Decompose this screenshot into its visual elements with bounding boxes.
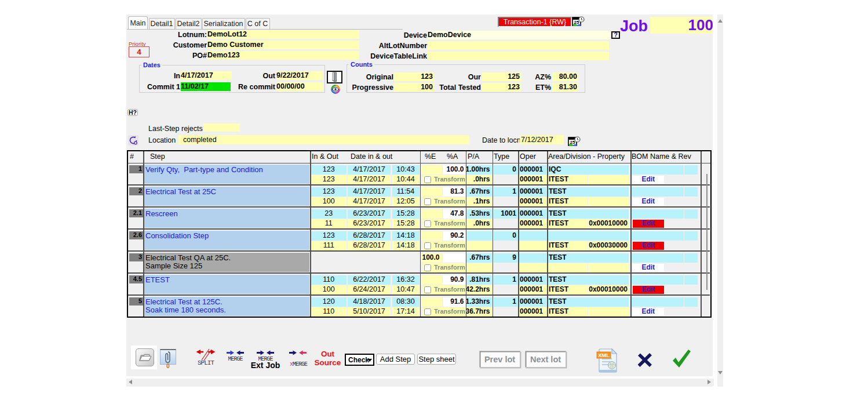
commit-field[interactable]: 11/02/17 — [181, 82, 231, 91]
cell-oper-in[interactable]: 000001 — [519, 165, 546, 174]
cell-out-time[interactable]: 12:05 — [392, 197, 420, 206]
cell-type-in[interactable]: 1 — [494, 297, 518, 307]
transform-checkbox[interactable] — [424, 198, 431, 205]
cell-pct-e[interactable] — [421, 297, 443, 307]
cell-out-date[interactable]: 6/28/2017 — [348, 241, 391, 250]
cell-out-qty[interactable]: 110 — [311, 307, 347, 317]
step-description[interactable]: Consolidation Step — [144, 231, 309, 250]
cell-in-date[interactable]: 6/28/2017 — [348, 231, 391, 241]
recommit-field[interactable]: 00/00/00 — [276, 82, 323, 91]
cell-area-in[interactable]: TEST — [548, 209, 629, 219]
location-field[interactable]: completed — [178, 135, 469, 144]
cell-out-qty[interactable]: 100 — [311, 197, 347, 206]
cell-property-out[interactable] — [588, 197, 629, 206]
step-description[interactable]: Verify Qty, Part-type and Condition — [144, 165, 309, 184]
cell-bom-rev[interactable] — [684, 165, 698, 174]
cell-bom-rev[interactable] — [684, 187, 698, 197]
cell-oper-out[interactable]: 000001 — [519, 175, 546, 184]
check-dropdown[interactable]: Check — [345, 354, 374, 366]
scroll-down-icon[interactable] — [718, 371, 723, 374]
datetime-picker-icon[interactable]: 25 — [572, 16, 585, 27]
cell-area-in[interactable]: TEST — [548, 187, 629, 197]
merge-ext-job-icon[interactable] — [256, 350, 275, 356]
tab-detail2[interactable]: Detail2 — [176, 18, 202, 29]
cell-area-out[interactable]: ITEST — [548, 241, 588, 250]
cell-in-time[interactable]: 15:28 — [392, 209, 420, 219]
history-help-button[interactable]: H? — [127, 109, 138, 116]
cell-oper-in[interactable]: 000001 — [519, 209, 546, 219]
scroll-up-icon[interactable] — [718, 19, 723, 23]
cell-out-date[interactable]: 6/24/2017 — [348, 285, 391, 294]
tab-detail1[interactable]: Detail1 — [149, 18, 175, 29]
tab-c-of-c[interactable]: C of C — [246, 18, 270, 29]
cell-out-time[interactable]: 15:28 — [392, 219, 420, 228]
cell-in-date[interactable]: 6/23/2017 — [348, 209, 391, 219]
cell-property-out[interactable]: 0x00030000 — [588, 241, 629, 250]
next-lot-button[interactable]: Next lot — [525, 351, 566, 368]
cell-pct-e[interactable] — [421, 231, 443, 241]
customer-field[interactable]: Demo Customer — [207, 41, 359, 49]
step-description[interactable]: Electrical Test at 125C.Soak time 180 se… — [144, 297, 309, 316]
tab-serialization[interactable]: Serialization — [202, 18, 245, 29]
cell-bom-name[interactable] — [632, 165, 684, 174]
cell-in-qty[interactable]: 123 — [311, 187, 347, 197]
bom-edit-button[interactable]: Edit — [633, 242, 665, 250]
cell-in-qty[interactable]: 123 — [311, 165, 347, 174]
cell-property-out[interactable]: 0x00010000 — [588, 219, 629, 228]
az-field[interactable]: 80.00 — [552, 72, 578, 81]
bom-edit-button[interactable]: Edit — [633, 264, 665, 272]
lotnum-field[interactable]: DemoLot12 — [207, 30, 359, 39]
bom-edit-button[interactable]: Edit — [633, 220, 665, 228]
attachment-button[interactable] — [327, 71, 342, 83]
cell-area-in[interactable]: TEST — [548, 297, 629, 307]
cell-pct-a[interactable] — [443, 253, 465, 263]
cell-pa-out[interactable]: ⁦536.7hrs⁩ — [466, 307, 492, 317]
job-number-field[interactable]: 100 — [650, 17, 715, 34]
our-field[interactable]: 125 — [482, 72, 521, 81]
scroll-right-icon[interactable] — [707, 380, 711, 384]
cell-bom-rev[interactable] — [684, 297, 698, 307]
cell-oper-out[interactable] — [519, 263, 546, 272]
open-folder-button[interactable] — [136, 348, 154, 366]
cell-area-out[interactable] — [548, 263, 588, 272]
cell-pct-a[interactable]: 90.2 — [443, 231, 465, 241]
step-description[interactable]: Electrical Test at 25C — [144, 187, 309, 206]
cell-pct-a[interactable]: 100.0 — [443, 165, 465, 174]
devicetablelink-field[interactable] — [428, 52, 609, 60]
cell-in-date[interactable]: 4/18/2017 — [348, 297, 391, 307]
po-field[interactable]: Demo123 — [207, 51, 359, 60]
cell-pa-out[interactable]: ⁦.1hrs⁩ — [466, 197, 492, 206]
cell-in-time[interactable]: 10:43 — [392, 165, 420, 174]
cell-type-in[interactable]: 9 — [494, 253, 518, 263]
bom-edit-button[interactable]: Edit — [633, 308, 665, 316]
cell-in-qty[interactable]: 110 — [311, 275, 347, 285]
cell-out-qty[interactable]: 11 — [311, 219, 347, 228]
cell-out-time[interactable]: 17:14 — [392, 307, 420, 317]
cell-pa-in[interactable]: ⁦.67hrs⁩ — [466, 253, 492, 263]
date-to-locn-field[interactable]: 7/12/2017 — [520, 135, 564, 144]
date-in-field[interactable]: 4/17/2017 — [181, 71, 232, 80]
cell-oper-out[interactable]: 000001 — [519, 219, 546, 228]
location-refresh-icon[interactable] — [128, 135, 138, 146]
out-source-label[interactable]: Out Source — [312, 350, 344, 367]
step-description[interactable]: Electrical Test QA at 25C.Sample Size 12… — [144, 253, 309, 272]
cell-bom-name[interactable] — [632, 253, 684, 263]
last-step-rejects-field[interactable] — [203, 123, 240, 132]
step-description[interactable]: ETEST — [144, 275, 309, 294]
cell-property-out[interactable]: 0x00010000 — [588, 285, 629, 294]
cell-area-out[interactable]: ITEST — [548, 285, 588, 294]
step-description[interactable]: Rescreen — [144, 209, 309, 228]
device-help-button[interactable]: ? — [611, 31, 620, 39]
cell-bom-name[interactable] — [632, 187, 684, 197]
cell-out-qty[interactable]: 123 — [311, 175, 347, 184]
cell-out-time[interactable]: 10:44 — [392, 175, 420, 184]
cell-pa-out[interactable]: ⁦.0hrs⁩ — [466, 219, 492, 228]
transform-checkbox[interactable] — [424, 264, 431, 271]
cell-bom-name[interactable] — [632, 297, 684, 307]
cell-area-in[interactable]: TEST — [548, 275, 629, 285]
cell-in-time[interactable]: 08:30 — [392, 297, 420, 307]
cell-pa-in[interactable]: ⁦.81hrs⁩ — [466, 275, 492, 285]
cell-area-out[interactable]: ITEST — [548, 219, 588, 228]
cell-property-out[interactable] — [588, 175, 629, 184]
cell-property-out[interactable] — [588, 263, 629, 272]
